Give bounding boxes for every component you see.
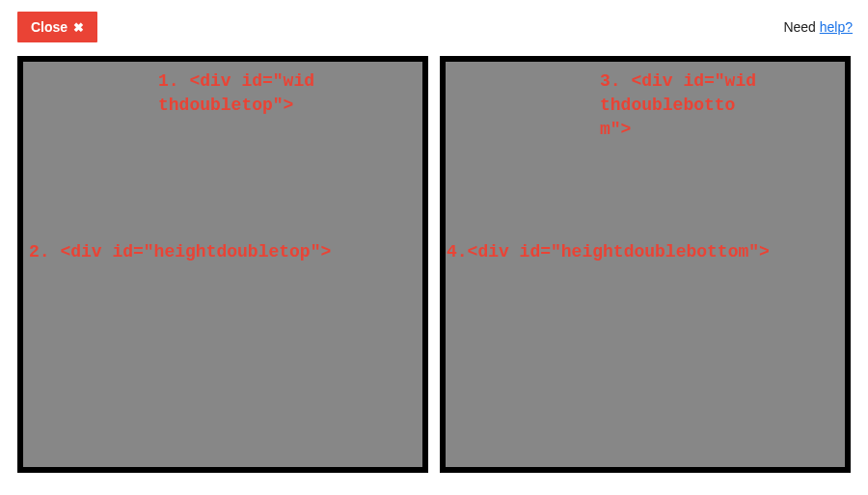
close-button-label: Close (31, 19, 68, 35)
code-snippet-4: 4.<div id="heightdoublebottom"> (447, 240, 852, 264)
help-text: Need help? (783, 19, 853, 35)
panels-container: 1. <div id="widthdoubletop"> 2. <div id=… (0, 50, 868, 490)
right-panel: 3. <div id="widthdoublebottom"> 4.<div i… (440, 56, 851, 473)
close-icon: ✖ (73, 21, 84, 34)
need-label: Need (783, 19, 819, 35)
code-snippet-2: 2. <div id="heightdoubletop"> (29, 240, 420, 264)
code-snippet-3: 3. <div id="widthdoublebottom"> (600, 69, 759, 143)
left-panel: 1. <div id="widthdoubletop"> 2. <div id=… (17, 56, 428, 473)
help-link[interactable]: help? (820, 19, 853, 35)
top-bar: Close ✖ Need help? (0, 0, 868, 50)
code-snippet-1: 1. <div id="widthdoubletop"> (158, 69, 322, 118)
close-button[interactable]: Close ✖ (17, 12, 97, 42)
